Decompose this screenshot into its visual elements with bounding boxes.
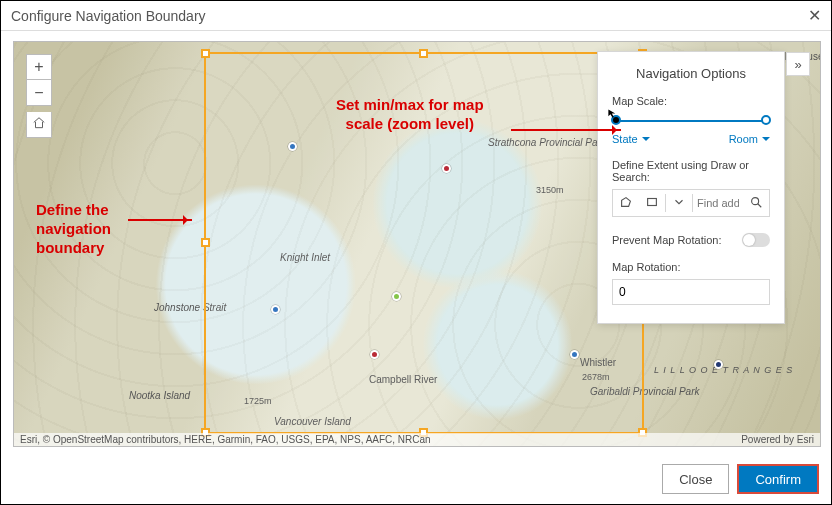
slider-max-thumb[interactable] — [761, 115, 771, 125]
panel-title: Navigation Options — [612, 66, 770, 81]
close-button[interactable]: Close — [662, 464, 729, 494]
dialog-footer: Close Confirm — [662, 464, 819, 494]
map-rotation-label: Map Rotation: — [612, 261, 770, 273]
svg-rect-0 — [648, 198, 657, 205]
annotation-arrow — [511, 129, 621, 131]
map-scale-slider[interactable] — [612, 113, 770, 129]
map-scale-label: Map Scale: — [612, 95, 770, 107]
svg-point-1 — [752, 197, 759, 204]
cursor-icon — [607, 108, 618, 122]
resize-handle[interactable] — [419, 49, 428, 58]
panel-collapse-button[interactable]: » — [786, 52, 810, 76]
home-icon — [32, 116, 46, 134]
prevent-rotation-label: Prevent Map Rotation: — [612, 234, 721, 246]
rectangle-icon — [645, 195, 659, 212]
slider-track — [612, 120, 770, 122]
zoom-in-button[interactable]: + — [26, 54, 52, 80]
annotation-arrow — [128, 219, 192, 221]
attribution-left: Esri, © OpenStreetMap contributors, HERE… — [20, 434, 431, 445]
map-attribution: Esri, © OpenStreetMap contributors, HERE… — [14, 433, 820, 446]
map-label: L I L L O O E T R A N G E S — [654, 365, 793, 375]
map-label: Nootka Island — [129, 390, 190, 401]
search-icon — [749, 195, 763, 212]
draw-rectangle-button[interactable] — [639, 190, 665, 216]
prevent-rotation-toggle[interactable] — [742, 233, 770, 247]
define-extent-label: Define Extent using Draw or Search: — [612, 159, 770, 183]
attribution-right: Powered by Esri — [741, 434, 814, 445]
map-point[interactable] — [714, 360, 723, 369]
resize-handle[interactable] — [201, 238, 210, 247]
zoom-out-button[interactable]: − — [26, 80, 52, 106]
chevron-right-icon: » — [794, 57, 801, 72]
search-button[interactable] — [743, 190, 769, 216]
draw-polygon-button[interactable] — [613, 190, 639, 216]
close-icon[interactable]: ✕ — [808, 6, 821, 25]
map-rotation-input[interactable] — [612, 279, 770, 305]
dialog-titlebar: Configure Navigation Boundary ✕ — [1, 1, 831, 31]
minus-icon: − — [34, 84, 43, 102]
confirm-button[interactable]: Confirm — [737, 464, 819, 494]
extent-dropdown-button[interactable] — [666, 190, 692, 216]
plus-icon: + — [34, 58, 43, 76]
extent-toolbar — [612, 189, 770, 217]
polygon-icon — [619, 195, 633, 212]
dialog-title: Configure Navigation Boundary — [11, 8, 206, 24]
home-extent-button[interactable] — [26, 112, 52, 138]
navigation-options-panel: Navigation Options Map Scale: State Room… — [598, 52, 784, 323]
slider-min-thumb[interactable] — [611, 115, 621, 125]
zoom-controls: + − — [26, 54, 52, 138]
scale-max-dropdown[interactable]: Room — [729, 133, 770, 145]
search-input[interactable] — [693, 197, 743, 209]
navigation-boundary-rect[interactable] — [204, 52, 644, 434]
map-canvas[interactable]: Campbell River Vancouver Island Whistler… — [13, 41, 821, 447]
chevron-down-icon — [672, 195, 686, 212]
resize-handle[interactable] — [201, 49, 210, 58]
